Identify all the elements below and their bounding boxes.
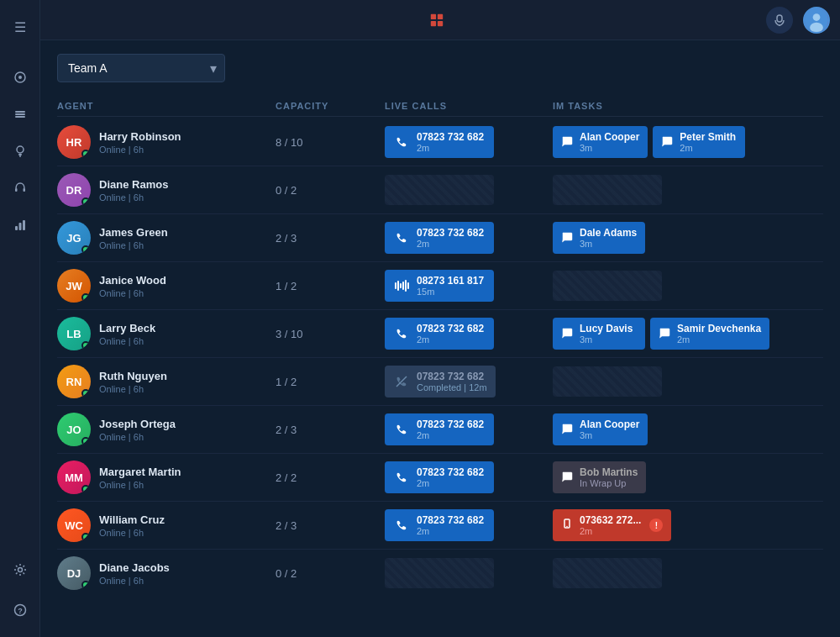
home-icon[interactable] [5, 62, 35, 92]
table-row: RN Ruth Nguyen Online | 6h 1 / 2 07823 7… [57, 358, 823, 406]
call-card-active[interactable]: 07823 732 682 2m [385, 509, 494, 541]
im-tasks-container [553, 175, 823, 205]
agent-avatar: MM [57, 461, 91, 494]
status-dot [81, 533, 90, 541]
menu-icon[interactable]: ☰ [5, 12, 35, 42]
task-card[interactable]: Dale Adams 3m [553, 222, 645, 254]
im-tasks-container [553, 271, 823, 301]
live-calls-container: 07823 732 682 2m [385, 461, 553, 493]
status-dot [81, 437, 90, 445]
task-card[interactable]: Samir Devchenka 2m [650, 318, 769, 350]
phone-icon [393, 469, 410, 486]
call-card-active[interactable]: 07823 732 682 2m [385, 318, 494, 350]
call-card-active[interactable]: 07823 732 682 2m [385, 222, 494, 254]
svg-point-1 [18, 76, 22, 79]
status-dot [81, 485, 90, 493]
agent-status: Online | 6h [99, 288, 166, 298]
live-calls-container: 07823 732 682 2m [385, 222, 553, 254]
live-calls-container: 07823 732 682 2m [385, 413, 553, 445]
task-time: 3m [580, 143, 639, 153]
call-time: 2m [417, 430, 484, 440]
agent-details: James Green Online | 6h [99, 226, 168, 250]
task-name: 073632 272... [580, 514, 641, 526]
chat-icon [561, 135, 573, 150]
call-number: 07823 732 682 [417, 466, 484, 478]
im-tasks-container: Bob Martins In Wrap Up [553, 461, 823, 493]
layers-icon[interactable] [5, 99, 35, 129]
im-tasks-container [553, 558, 823, 588]
svg-rect-2 [15, 111, 25, 113]
phone-icon [393, 134, 410, 150]
help-icon[interactable]: ? [5, 595, 35, 625]
agent-details: Margaret Martin Online | 6h [99, 466, 181, 490]
chat-icon [561, 327, 573, 341]
agent-name: Larry Beck [99, 322, 155, 334]
task-card-alert[interactable]: 073632 272... 2m ! [553, 509, 671, 541]
call-time: 2m [417, 239, 484, 249]
im-tasks-container: 073632 272... 2m ! [553, 509, 823, 541]
agent-info: LB Larry Beck Online | 6h [57, 317, 276, 350]
agent-details: Janice Wood Online | 6h [99, 274, 166, 298]
task-time: In Wrap Up [580, 478, 638, 488]
content-area: Team A Team B AGENT CAPACITY LIVE CALLS … [40, 40, 840, 637]
table-row: DJ Diane Jacobs Online | 6h 0 / 2 [57, 550, 823, 597]
call-info: 08273 161 817 15m [417, 275, 484, 297]
table-header: AGENT CAPACITY LIVE CALLS IM TASKS [57, 96, 823, 117]
chat-icon [561, 423, 573, 437]
task-time: 3m [580, 239, 637, 249]
microphone-button[interactable] [766, 7, 793, 34]
call-card-completed[interactable]: 07823 732 682 Completed | 12m [385, 366, 496, 397]
agent-info: HR Harry Robinson Online | 6h [57, 125, 276, 159]
call-card-waveform[interactable]: 08273 161 817 15m [385, 270, 494, 302]
phone-completed-icon [393, 373, 410, 390]
task-info: Bob Martins In Wrap Up [580, 466, 638, 488]
task-card-wrap[interactable]: Bob Martins In Wrap Up [553, 461, 646, 493]
phone-icon [393, 421, 410, 438]
task-time: 2m [680, 143, 736, 153]
agent-avatar: RN [57, 365, 91, 398]
svg-point-13 [18, 568, 22, 572]
status-dot [81, 197, 90, 206]
task-card[interactable]: Alan Cooper 3m [553, 126, 648, 158]
agent-name: James Green [99, 226, 168, 239]
chart-icon[interactable] [5, 210, 35, 240]
task-info: Dale Adams 3m [580, 227, 637, 249]
svg-rect-11 [18, 223, 21, 230]
task-name: Alan Cooper [580, 419, 639, 430]
task-card[interactable]: Lucy Davis 3m [553, 318, 645, 350]
agent-avatar: JG [57, 221, 91, 255]
avatar-initials: JG [66, 232, 81, 245]
table-row: JO Joseph Ortega Online | 6h 2 / 3 07823… [57, 406, 823, 454]
user-avatar[interactable] [803, 7, 830, 34]
call-card-active[interactable]: 07823 732 682 2m [385, 461, 494, 493]
headset-icon[interactable] [5, 173, 35, 203]
status-dot [81, 389, 90, 397]
call-card-active[interactable]: 07823 732 682 2m [385, 126, 494, 158]
task-card[interactable]: Alan Cooper 3m [553, 413, 648, 445]
agent-table: HR Harry Robinson Online | 6h 8 / 10 078… [57, 118, 823, 597]
table-row: JG James Green Online | 6h 2 / 3 07823 7… [57, 214, 823, 262]
team-select-wrapper: Team A Team B [57, 54, 225, 82]
svg-rect-8 [15, 188, 18, 192]
agent-name: Ruth Nguyen [99, 370, 167, 382]
table-row: DR Diane Ramos Online | 6h 0 / 2 [57, 166, 823, 214]
task-info: Peter Smith 2m [680, 131, 736, 153]
settings-icon[interactable] [5, 555, 35, 585]
task-card[interactable]: Peter Smith 2m [653, 126, 745, 158]
agent-details: Diane Jacobs Online | 6h [99, 561, 170, 586]
call-number: 07823 732 682 [417, 323, 484, 334]
task-name: Peter Smith [680, 131, 736, 143]
avatar-initials: DR [66, 184, 82, 197]
sidebar: ☰ [0, 0, 40, 637]
svg-rect-9 [23, 188, 25, 192]
lightbulb-icon[interactable] [5, 136, 35, 166]
capacity-value: 8 / 10 [276, 136, 385, 149]
empty-task-slot [553, 271, 662, 301]
team-selector: Team A Team B [57, 54, 823, 82]
call-card-active[interactable]: 07823 732 682 2m [385, 413, 494, 445]
call-time: 2m [417, 334, 484, 345]
agent-details: Joseph Ortega Online | 6h [99, 418, 176, 442]
topbar [40, 0, 840, 40]
team-select[interactable]: Team A Team B [57, 54, 225, 82]
empty-task-slot [553, 366, 662, 397]
